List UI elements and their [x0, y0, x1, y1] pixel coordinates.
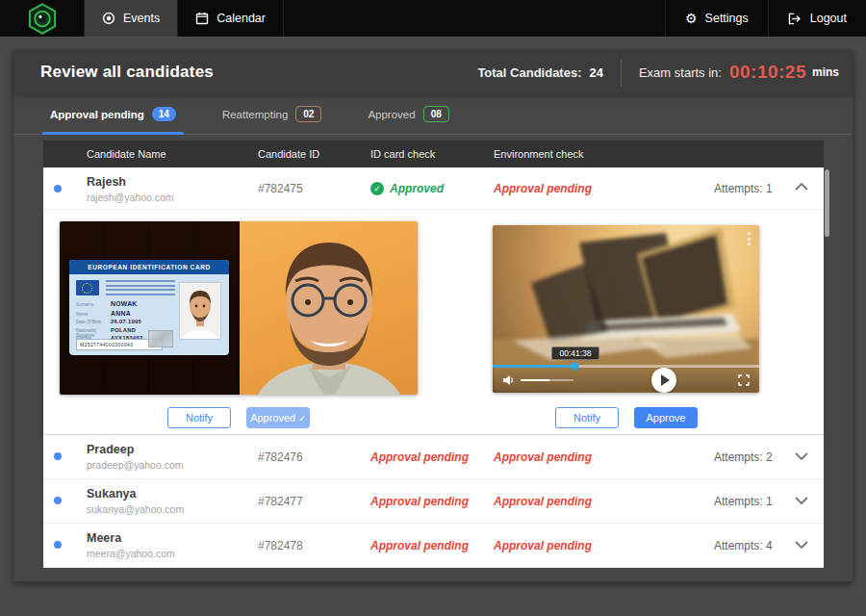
id-card-check-cell: ✓ Approved	[370, 167, 444, 209]
calendar-icon	[195, 12, 209, 25]
hexagon-lens-logo-icon	[28, 3, 57, 35]
chevron-down-icon[interactable]	[794, 540, 811, 553]
page-title: Review all candidates	[40, 63, 214, 82]
col-candidate-id: Candidate ID	[258, 141, 319, 167]
environment-status: Approval pending	[494, 450, 592, 464]
nav-tab-calendar[interactable]: Calendar	[178, 0, 284, 37]
table-row[interactable]: Meera meera@yahoo.com #782478 Approval p…	[43, 524, 824, 568]
logout-label: Logout	[810, 12, 847, 25]
fullscreen-icon[interactable]	[738, 374, 750, 386]
play-icon	[661, 374, 670, 386]
exam-starts-label: Exam starts in:	[639, 65, 722, 80]
chevron-up-icon[interactable]	[794, 182, 811, 195]
video-timestamp-tooltip: 00:41:38	[551, 346, 599, 360]
id-card-check-cell: Approval pending	[370, 524, 469, 567]
settings-button[interactable]: ⚙ Settings	[665, 0, 768, 37]
field-value: POLAND	[111, 327, 136, 333]
field-value: 26.07.1995	[111, 319, 141, 324]
candidate-name: Rajesh	[87, 175, 174, 189]
field-label: Date Of Birth	[76, 320, 111, 324]
status-dot	[54, 497, 62, 504]
approved-check-icon: ✓	[370, 182, 384, 195]
expanded-candidate-panel: EUROPEAN IDENTIFICATION CARD SurnameNOWA…	[43, 210, 824, 435]
candidate-email: pradeep@yahoo.com	[87, 459, 184, 471]
attempts-count: Attempts: 2	[714, 435, 773, 479]
id-approved-label: Approved	[250, 412, 295, 424]
candidate-name-cell: Rajesh rajesh@yahoo.com	[87, 175, 174, 203]
record-icon	[102, 12, 115, 25]
table-header: Candidate Name Candidate ID ID card chec…	[43, 141, 824, 167]
nav-spacer	[284, 0, 665, 37]
status-dot	[54, 452, 62, 460]
chevron-down-icon[interactable]	[794, 496, 811, 509]
environment-status: Approval pending	[494, 495, 592, 508]
attempts-count: Attempts: 1	[714, 167, 773, 210]
environment-check-cell: Approval pending	[494, 435, 592, 478]
field-value: ANNA	[111, 310, 131, 317]
chevron-down-icon[interactable]	[794, 451, 811, 465]
table-row[interactable]: Rajesh rajesh@yahoo.com #782475 ✓ Approv…	[43, 167, 824, 210]
id-card-check-cell: Approval pending	[370, 479, 469, 523]
attempts-count: Attempts: 4	[714, 524, 773, 568]
settings-label: Settings	[705, 12, 749, 25]
col-id-card-check: ID card check	[370, 141, 435, 167]
play-button[interactable]	[651, 368, 676, 393]
id-card-status: Approved	[390, 182, 444, 195]
table-row[interactable]: Pradeep pradeep@yahoo.com #782476 Approv…	[43, 435, 824, 479]
id-notify-button[interactable]: Notify	[167, 407, 231, 428]
nav-tab-label: Calendar	[216, 12, 266, 25]
env-notify-button[interactable]: Notify	[555, 407, 619, 428]
table-row[interactable]: Sukanya sukanya@yahoo.com #782477 Approv…	[43, 479, 824, 524]
tab-approved[interactable]: Approved 08	[360, 94, 456, 134]
candidates-card: Review all candidates Total Candidates: …	[13, 50, 853, 581]
environment-video-player: 00:41:38	[493, 225, 759, 393]
brand-logo[interactable]	[0, 0, 85, 37]
candidate-email: rajesh@yahoo.com	[87, 192, 174, 203]
environment-check-cell: Approval pending	[494, 479, 592, 523]
gear-icon: ⚙	[685, 12, 698, 25]
candidate-id: #782477	[258, 479, 303, 524]
tab-count-badge: 02	[295, 106, 321, 122]
candidate-name: Meera	[87, 531, 175, 545]
id-card-check-cell: Approval pending	[370, 435, 469, 478]
logout-button[interactable]: Logout	[768, 0, 866, 37]
total-candidates-value: 24	[589, 65, 602, 80]
table-scrollbar[interactable]	[825, 169, 829, 237]
id-card-status: Approval pending	[370, 450, 469, 464]
field-label: Surname	[76, 302, 111, 307]
environment-check-cell: Approval pending	[494, 524, 592, 567]
environment-status: Approval pending	[494, 539, 592, 552]
nav-tab-events[interactable]: Events	[85, 0, 178, 37]
table-body: Rajesh rajesh@yahoo.com #782475 ✓ Approv…	[43, 167, 824, 568]
status-dot	[54, 185, 62, 192]
candidate-id: #782476	[258, 435, 303, 479]
id-approved-button[interactable]: Approved ✓	[246, 407, 310, 428]
video-more-options-icon[interactable]	[748, 232, 751, 248]
candidate-id: #782475	[258, 167, 303, 210]
exam-countdown-timer: 00:10:25	[729, 62, 806, 83]
nav-tab-label: Events	[123, 12, 160, 25]
id-card-title: EUROPEAN IDENTIFICATION CARD	[69, 260, 229, 274]
candidate-email: meera@yahoo.com	[87, 548, 175, 559]
env-approve-button[interactable]: Approve	[634, 407, 698, 428]
candidate-email: sukanya@yahoo.com	[87, 503, 184, 515]
card-header: Review all candidates Total Candidates: …	[13, 50, 853, 94]
play-wrap	[589, 368, 738, 393]
candidate-name: Pradeep	[87, 443, 184, 456]
tab-reattempting[interactable]: Reattempting 02	[215, 94, 330, 134]
id-card-fineprint	[106, 280, 175, 297]
id-card-hologram	[148, 330, 173, 347]
tab-approval-pending[interactable]: Approval pending 14	[42, 94, 184, 134]
video-controls	[493, 368, 759, 393]
header-stats: Total Candidates: 24 Exam starts in: 00:…	[477, 59, 839, 86]
volume-control[interactable]	[502, 374, 589, 386]
candidate-name-cell: Pradeep pradeep@yahoo.com	[87, 443, 184, 471]
volume-slider[interactable]	[521, 379, 573, 381]
id-verification-image: EUROPEAN IDENTIFICATION CARD SurnameNOWA…	[60, 221, 418, 395]
logout-icon	[788, 13, 802, 25]
tab-label: Approval pending	[50, 109, 144, 120]
environment-status: Approval pending	[494, 182, 592, 195]
total-candidates-label: Total Candidates:	[477, 65, 581, 80]
tab-count-badge: 14	[152, 107, 176, 121]
candidates-table: Candidate Name Candidate ID ID card chec…	[43, 141, 824, 568]
